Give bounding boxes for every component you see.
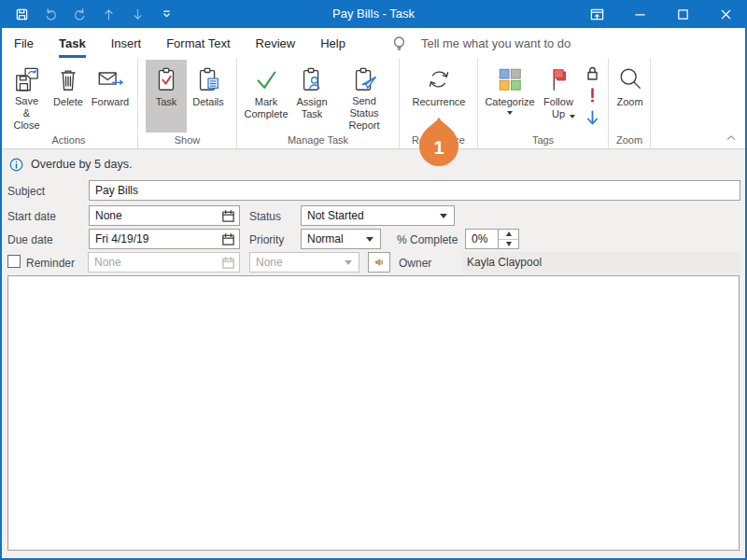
status-value: Not Started [307, 209, 364, 222]
tab-help[interactable]: Help [320, 28, 345, 58]
group-label-zoom: Zoom [609, 134, 650, 146]
categorize-label: Categorize [485, 96, 534, 108]
categorize-icon [496, 64, 524, 94]
tab-format-text[interactable]: Format Text [166, 28, 230, 58]
due-date-label: Due date [7, 233, 53, 246]
reminder-sound-button[interactable] [368, 252, 390, 273]
forward-label: Forward [92, 96, 129, 108]
minimize-button[interactable] [618, 0, 661, 28]
reminder-checkbox[interactable] [7, 255, 21, 268]
group-label-actions: Actions [0, 134, 137, 146]
categorize-button[interactable]: Categorize [483, 60, 537, 133]
subject-value: Pay Bills [95, 184, 138, 197]
private-button[interactable] [581, 62, 603, 84]
group-label-show: Show [138, 134, 236, 146]
zoom-button[interactable]: Zoom [611, 60, 649, 133]
show-task-button[interactable]: Task [146, 60, 187, 133]
subject-label: Subject [7, 185, 45, 198]
spin-down-button[interactable] [499, 240, 518, 249]
chevron-down-icon [440, 214, 447, 218]
percent-complete-input[interactable]: 0% [465, 229, 499, 249]
close-icon [719, 7, 733, 21]
tab-task[interactable]: Task [59, 28, 86, 58]
chevron-up-icon [726, 133, 736, 143]
reminder-date-value: None [94, 256, 121, 269]
title-bar: Pay Bills - Task [0, 0, 747, 28]
magnifier-icon [616, 64, 644, 94]
priority-value: Normal [307, 232, 344, 245]
delete-button[interactable]: Delete [49, 60, 88, 133]
delete-label: Delete [53, 96, 83, 108]
forward-button[interactable]: Forward [88, 60, 133, 133]
previous-item-button[interactable] [100, 6, 117, 22]
start-date-picker-icon[interactable] [219, 207, 236, 224]
percent-complete-label: % Complete [397, 233, 458, 246]
status-dropdown[interactable]: Not Started [301, 205, 455, 226]
tab-file[interactable]: File [14, 28, 34, 58]
due-date-input[interactable]: Fri 4/19/19 [89, 229, 240, 249]
window-controls [575, 0, 747, 28]
lightbulb-icon [391, 35, 407, 51]
undo-icon [44, 7, 58, 21]
info-icon [9, 158, 23, 172]
tab-insert[interactable]: Insert [111, 28, 142, 58]
ribbon-display-options-button[interactable] [575, 0, 618, 28]
spin-up-button[interactable] [499, 230, 518, 240]
owner-field: Kayla Claypool [462, 252, 740, 273]
due-date-picker-icon[interactable] [219, 231, 236, 247]
assign-task-icon [298, 64, 326, 94]
step-badge-number: 1 [417, 137, 460, 159]
recurrence-icon [425, 64, 453, 94]
notes-area[interactable] [7, 275, 740, 551]
triangle-down-icon [506, 242, 512, 246]
high-importance-button[interactable] [581, 84, 603, 106]
outlook-task-window: Pay Bills - Task File Task Insert Format… [0, 0, 747, 560]
lock-icon [584, 64, 601, 82]
low-importance-button[interactable] [581, 106, 603, 129]
send-status-report-button[interactable]: Send Status Report [333, 60, 395, 133]
close-button[interactable] [704, 0, 747, 28]
start-date-value: None [95, 209, 122, 222]
priority-dropdown[interactable]: Normal [301, 229, 381, 249]
save-icon [15, 7, 29, 21]
group-label-tags: Tags [478, 134, 608, 146]
collapse-ribbon-button[interactable] [721, 130, 741, 145]
overdue-message: Overdue by 5 days. [31, 158, 132, 171]
mark-complete-button[interactable]: Mark Complete [242, 60, 290, 133]
assign-task-label: Assign Task [296, 96, 328, 120]
group-tags: Categorize Follow Up Tags [478, 58, 609, 148]
maximize-icon [676, 7, 690, 21]
redo-button[interactable] [71, 6, 88, 22]
chevron-down-icon [366, 237, 374, 242]
next-item-button[interactable] [129, 6, 146, 22]
group-show: Task Details Show [138, 58, 237, 148]
save-close-button[interactable]: Save & Close [5, 60, 49, 133]
quick-save-button[interactable] [13, 6, 30, 22]
status-label: Status [249, 210, 281, 223]
tell-me-box[interactable]: Tell me what you want to do [391, 28, 571, 58]
arrow-down-icon [131, 7, 145, 21]
customize-qat-button[interactable] [158, 6, 175, 22]
recurrence-label: Recurrence [413, 96, 466, 108]
follow-up-button[interactable]: Follow Up [537, 60, 580, 133]
flag-icon [544, 64, 572, 94]
info-bar: Overdue by 5 days. [0, 150, 747, 178]
assign-task-button[interactable]: Assign Task [290, 60, 333, 133]
mark-complete-label: Mark Complete [244, 96, 288, 120]
details-button[interactable]: Details [187, 60, 230, 133]
trash-icon [54, 64, 82, 94]
ribbon-display-icon [590, 7, 604, 21]
ribbon-tab-row: File Task Insert Format Text Review Help… [0, 28, 747, 58]
send-status-icon [350, 64, 378, 93]
maximize-button[interactable] [661, 0, 704, 28]
start-date-input[interactable]: None [89, 205, 240, 226]
save-close-label: Save & Close [10, 95, 43, 132]
start-date-label: Start date [7, 210, 56, 223]
reminder-time-dropdown[interactable]: None [249, 252, 359, 273]
subject-input[interactable]: Pay Bills [89, 180, 740, 201]
reminder-date-input[interactable]: None [88, 252, 240, 273]
arrow-down-icon [584, 109, 601, 127]
send-status-report-label: Send Status Report [339, 95, 389, 132]
tab-review[interactable]: Review [256, 28, 296, 58]
undo-button[interactable] [42, 6, 59, 22]
